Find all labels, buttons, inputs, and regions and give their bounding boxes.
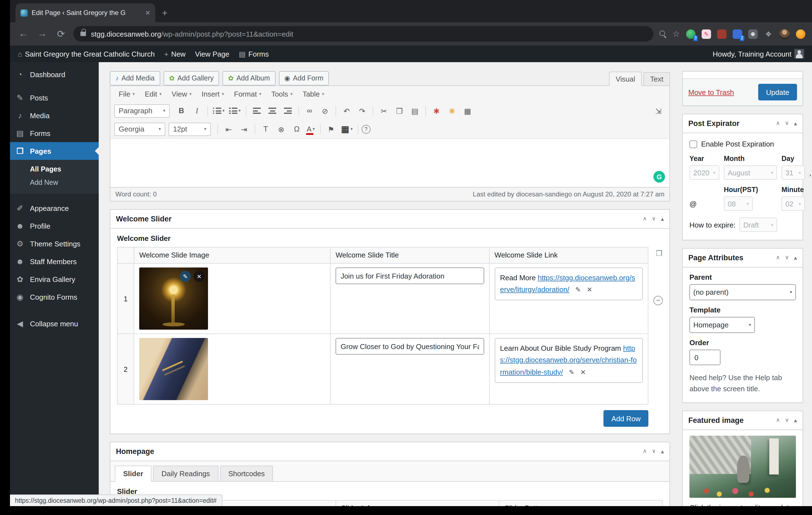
- sidebar-item-appearance[interactable]: ✐ Appearance: [10, 199, 99, 217]
- move-down-icon[interactable]: ∨: [785, 417, 789, 424]
- extensions-puzzle-icon[interactable]: ❖: [764, 29, 773, 38]
- url-bar[interactable]: stgg.diocesanweb.org/wp-admin/post.php?p…: [73, 26, 653, 42]
- sidebar-item-profile[interactable]: ☻ Profile: [10, 217, 99, 235]
- month-select[interactable]: August: [724, 165, 777, 180]
- numbered-list-button[interactable]: [227, 104, 242, 117]
- extension-blue-icon[interactable]: 2: [733, 29, 742, 38]
- parent-select[interactable]: (no parent): [689, 284, 796, 300]
- bookmark-star-icon[interactable]: ☆: [672, 29, 680, 39]
- sidebar-item-envira-gallery[interactable]: ✿ Envira Gallery: [10, 270, 99, 288]
- fullscreen-button[interactable]: ⇲: [651, 104, 666, 117]
- hour-select[interactable]: 08: [724, 196, 753, 211]
- how-to-expire-select[interactable]: Draft: [740, 218, 777, 232]
- bold-button[interactable]: B: [174, 104, 188, 117]
- shortcode-button[interactable]: ✱: [429, 104, 444, 117]
- undo-button[interactable]: ↶: [340, 104, 354, 117]
- move-down-icon[interactable]: ∨: [652, 448, 656, 455]
- move-up-icon[interactable]: ∧: [643, 448, 647, 455]
- menu-file[interactable]: File: [114, 90, 140, 98]
- slide-title-input[interactable]: [336, 268, 484, 284]
- menu-view[interactable]: View: [167, 90, 197, 98]
- table-button[interactable]: ▦: [460, 104, 475, 117]
- tab-shortcodes[interactable]: Shortcodes: [220, 466, 273, 481]
- remove-row-button[interactable]: −: [654, 296, 663, 305]
- tab-visual[interactable]: Visual: [609, 72, 642, 86]
- move-down-icon[interactable]: ∨: [785, 254, 789, 262]
- move-to-trash-link[interactable]: Move to Trash: [688, 88, 734, 96]
- clear-formatting-button[interactable]: ⊗: [274, 123, 288, 136]
- forward-icon[interactable]: →: [35, 28, 49, 39]
- add-media-button[interactable]: ♪ Add Media: [110, 71, 160, 85]
- remove-image-icon[interactable]: ✕: [194, 271, 205, 282]
- tab-daily-readings[interactable]: Daily Readings: [153, 466, 218, 481]
- enable-expiration-checkbox[interactable]: [689, 140, 697, 148]
- add-gallery-button[interactable]: ✿ Add Gallery: [164, 71, 220, 85]
- text-color-button[interactable]: A: [305, 123, 316, 136]
- outdent-button[interactable]: ⇤: [221, 123, 236, 136]
- menu-insert[interactable]: Insert: [197, 90, 229, 98]
- paragraph-select[interactable]: Paragraph: [114, 104, 170, 117]
- font-size-select[interactable]: 12pt: [169, 123, 211, 136]
- help-button[interactable]: ?: [361, 125, 371, 133]
- toggle-icon[interactable]: ▴: [794, 417, 797, 424]
- sidebar-item-posts[interactable]: ✎ Posts: [10, 89, 99, 107]
- align-center-button[interactable]: [265, 104, 280, 117]
- indent-button[interactable]: ⇥: [237, 123, 251, 136]
- toggle-icon[interactable]: ▴: [794, 254, 797, 262]
- table-menu-button[interactable]: ▦: [339, 123, 354, 136]
- toggle-icon[interactable]: ▴: [794, 120, 797, 127]
- tab-close-icon[interactable]: ✕: [145, 9, 150, 17]
- post-expirator-header[interactable]: Post Expirator ∧ ∨ ▴: [683, 114, 803, 133]
- add-form-button[interactable]: ◉ Add Form: [279, 71, 329, 85]
- move-up-icon[interactable]: ∧: [643, 215, 647, 222]
- tab-text[interactable]: Text: [643, 72, 670, 85]
- extension-pen-icon[interactable]: ✎: [702, 29, 711, 38]
- sidebar-item-pages[interactable]: ❐ Pages: [10, 142, 99, 160]
- admin-bar-view-page[interactable]: View Page: [195, 50, 229, 58]
- admin-bar-site-name[interactable]: ⌂ Saint Gregory the Great Catholic Churc…: [18, 50, 155, 58]
- move-up-icon[interactable]: ∧: [776, 417, 780, 424]
- grammarly-icon[interactable]: G: [654, 171, 665, 183]
- duplicate-row-icon[interactable]: ❐: [656, 249, 662, 258]
- row-number[interactable]: 2: [117, 334, 134, 404]
- anchor-button[interactable]: ⚑: [324, 123, 338, 136]
- menu-format[interactable]: Format: [229, 90, 266, 98]
- paste-as-text-button[interactable]: T: [258, 123, 273, 136]
- reload-icon[interactable]: ⟳: [54, 28, 68, 40]
- sidebar-item-forms[interactable]: ▤ Forms: [10, 124, 99, 142]
- year-select[interactable]: 2020: [689, 165, 719, 180]
- collapse-menu[interactable]: ◀ Collapse menu: [10, 315, 99, 332]
- toggle-icon[interactable]: ▴: [661, 448, 664, 455]
- module-button[interactable]: ❋: [445, 104, 459, 117]
- bullet-list-button[interactable]: [211, 104, 226, 117]
- edit-link-icon[interactable]: ✎: [575, 286, 581, 294]
- move-down-icon[interactable]: ∨: [785, 120, 789, 127]
- extension-red-icon[interactable]: [717, 29, 727, 38]
- remove-link-icon[interactable]: ✕: [580, 369, 586, 376]
- sidebar-item-dashboard[interactable]: ◔ Dashboard: [10, 65, 99, 83]
- template-select[interactable]: Homepage: [689, 317, 755, 333]
- align-right-button[interactable]: [281, 104, 295, 117]
- move-down-icon[interactable]: ∨: [652, 215, 656, 222]
- featured-image-header[interactable]: Featured image ∧ ∨ ▴: [683, 411, 803, 430]
- editor-canvas[interactable]: G: [110, 138, 669, 187]
- unlink-button[interactable]: ⊘: [318, 104, 332, 117]
- browser-menu-icon[interactable]: [796, 29, 805, 38]
- italic-button[interactable]: I: [190, 104, 204, 117]
- update-button[interactable]: Update: [758, 84, 797, 101]
- order-input[interactable]: [689, 350, 721, 365]
- sidebar-item-cognito-forms[interactable]: ◉ Cognito Forms: [10, 288, 99, 306]
- page-attributes-header[interactable]: Page Attributes ∧ ∨ ▴: [683, 249, 803, 268]
- sidebar-item-media[interactable]: ♪ Media: [10, 107, 99, 124]
- back-icon[interactable]: ←: [17, 28, 30, 39]
- align-left-button[interactable]: [250, 104, 264, 117]
- menu-edit[interactable]: Edit: [140, 90, 167, 98]
- sidebar-item-staff-members[interactable]: ☻ Staff Members: [10, 252, 99, 270]
- special-char-button[interactable]: Ω: [290, 123, 304, 136]
- extension-camera-icon[interactable]: [748, 29, 758, 38]
- menu-table[interactable]: Table: [297, 90, 329, 98]
- move-up-icon[interactable]: ∧: [776, 120, 780, 127]
- browser-tab[interactable]: Edit Page ‹ Saint Gregory the G ✕: [16, 3, 155, 22]
- admin-bar-forms[interactable]: ▤ Forms: [239, 50, 269, 58]
- slide-image-bible[interactable]: [139, 338, 208, 400]
